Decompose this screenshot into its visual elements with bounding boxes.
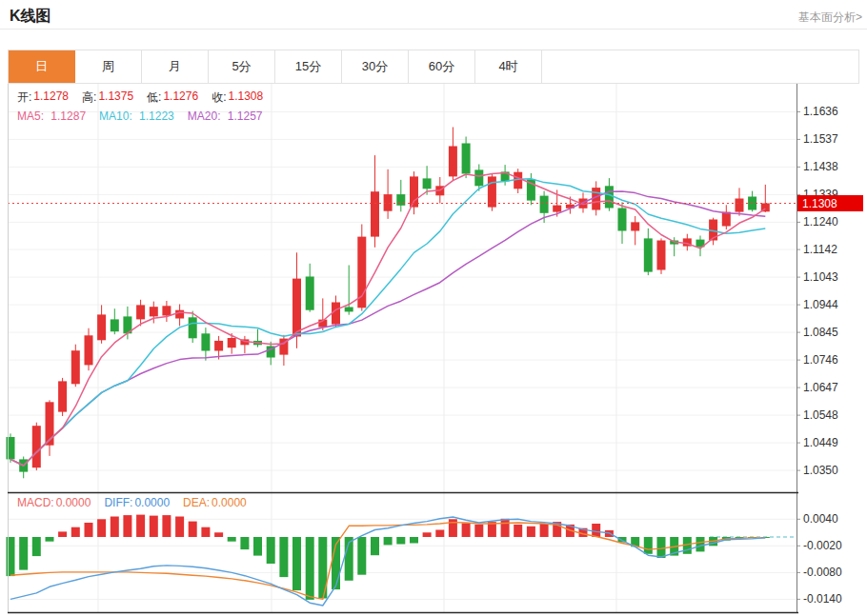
svg-text:1.0449: 1.0449: [803, 436, 838, 449]
svg-text:1.1240: 1.1240: [803, 215, 838, 229]
tab-bar: 日周月5分15分30分60分4时: [8, 50, 859, 84]
kline-page: K线图 基本面分析> 日周月5分15分30分60分4时 1.16361.1537…: [0, 0, 867, 616]
svg-text:1.0845: 1.0845: [803, 326, 838, 339]
svg-text:1.1308: 1.1308: [802, 197, 837, 210]
svg-text:-0.0140: -0.0140: [803, 592, 842, 606]
svg-text:1.0350: 1.0350: [803, 464, 838, 477]
tab-周[interactable]: 周: [75, 50, 142, 83]
svg-text:1.1537: 1.1537: [803, 132, 838, 146]
svg-text:1.1043: 1.1043: [803, 270, 838, 284]
tab-5分[interactable]: 5分: [209, 50, 275, 83]
tab-15分[interactable]: 15分: [275, 50, 342, 83]
header-divider: [0, 29, 867, 30]
page-title: K线图: [10, 7, 51, 27]
fundamental-analysis-link[interactable]: 基本面分析>: [798, 10, 862, 26]
svg-text:-0.0080: -0.0080: [803, 566, 842, 579]
macd-grid: 0.0040-0.0020-0.0080-0.0140: [8, 512, 842, 606]
tab-30分[interactable]: 30分: [342, 50, 409, 83]
tab-4时[interactable]: 4时: [475, 50, 542, 83]
tab-60分[interactable]: 60分: [409, 50, 475, 83]
kline-chart[interactable]: 1.16361.15371.14381.13391.12401.11421.10…: [0, 84, 867, 616]
svg-text:0.0040: 0.0040: [803, 512, 838, 526]
current-price-badge: 1.1308: [797, 195, 863, 211]
svg-text:1.1142: 1.1142: [803, 243, 837, 256]
candles-layer: [7, 128, 770, 479]
svg-text:1.0944: 1.0944: [803, 298, 838, 311]
svg-text:1.1636: 1.1636: [803, 105, 838, 118]
tab-日[interactable]: 日: [9, 50, 75, 83]
svg-text:1.0647: 1.0647: [803, 381, 838, 394]
svg-text:1.1438: 1.1438: [803, 160, 838, 173]
svg-text:1.0548: 1.0548: [803, 408, 838, 422]
svg-text:-0.0020: -0.0020: [803, 539, 842, 552]
tab-月[interactable]: 月: [142, 50, 209, 83]
svg-text:1.0746: 1.0746: [803, 353, 838, 367]
